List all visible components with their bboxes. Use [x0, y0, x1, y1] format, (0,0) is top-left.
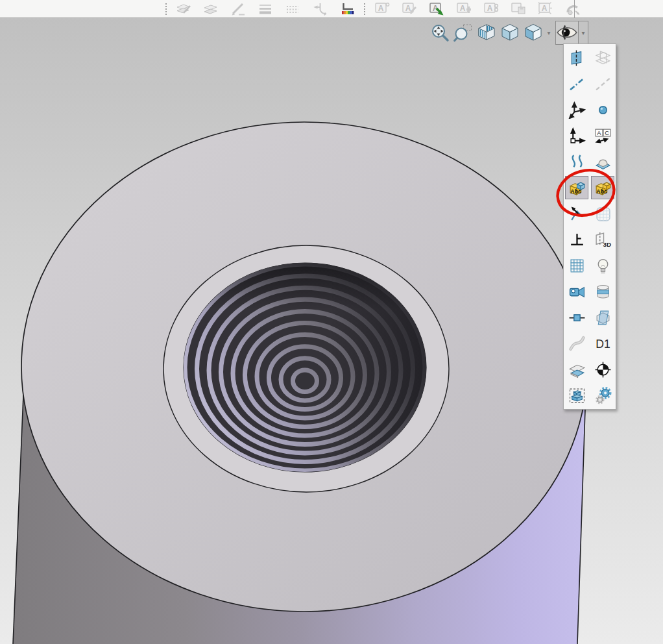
- heads-up-view-toolbar: ▾ ▾: [428, 20, 588, 45]
- view-curves-button[interactable]: [565, 150, 588, 173]
- view-sketch-relations-cell: [564, 201, 590, 227]
- display-style-dropdown-arrow[interactable]: ▾: [545, 29, 553, 36]
- view-decals-icon: [594, 283, 612, 301]
- hide-show-items-panel: A C Abc Abc 3D D1: [563, 43, 616, 410]
- view-weld-beads-icon: [568, 335, 586, 353]
- note-rays-button[interactable]: A: [537, 1, 554, 17]
- view-dimension-names-d1-button[interactable]: D1: [591, 332, 614, 355]
- leader-anchor-button[interactable]: [311, 1, 328, 17]
- view-origins-button[interactable]: [565, 98, 588, 121]
- svg-text:Abc: Abc: [570, 188, 581, 195]
- note-degree-button[interactable]: A: [374, 1, 391, 17]
- zoom-to-area-button[interactable]: [452, 21, 475, 44]
- view-3d-sketch-planes-cell: 3D: [590, 227, 616, 253]
- view-sketches-button[interactable]: [591, 150, 614, 173]
- view-lights-button[interactable]: [591, 254, 614, 277]
- note-card-save-button[interactable]: [510, 1, 527, 17]
- hide-show-items-dropdown-arrow[interactable]: ▾: [578, 21, 588, 44]
- section-view-button[interactable]: [475, 21, 498, 44]
- view-section-planes-cell: [590, 304, 616, 330]
- view-perpendicular-relation-button[interactable]: [565, 228, 588, 251]
- display-style-button[interactable]: [522, 21, 545, 44]
- stacked-sheets-button[interactable]: [202, 1, 219, 17]
- view-cameras-cell: [564, 279, 590, 304]
- view-temporary-axes-button: [591, 72, 614, 95]
- view-temporary-axes-icon: [594, 75, 612, 93]
- view-planes-button[interactable]: [565, 46, 588, 69]
- dashed-region-button[interactable]: [284, 1, 301, 17]
- svg-text:D1: D1: [596, 338, 610, 351]
- caliper-button[interactable]: [564, 1, 581, 17]
- line-weight-button[interactable]: [257, 1, 274, 17]
- view-axes-cell: [564, 71, 590, 97]
- view-all-annotations-button[interactable]: Abc: [565, 176, 588, 199]
- view-grid-button[interactable]: [565, 254, 588, 277]
- thread-rings[interactable]: [184, 263, 426, 472]
- view-planes-icon: [568, 49, 586, 67]
- view-parting-lines-cell: [564, 356, 590, 382]
- view-points-button[interactable]: [591, 98, 614, 121]
- view-sketches-cell: [590, 149, 616, 175]
- view-curves-cell: [564, 149, 590, 175]
- dashed-region-icon: [285, 1, 300, 17]
- view-3d-sketch-planes-button[interactable]: 3D: [591, 228, 614, 251]
- note-import-button[interactable]: A: [428, 1, 445, 17]
- svg-text:A: A: [542, 3, 548, 12]
- pencil-strike-button[interactable]: [230, 1, 247, 17]
- view-perpendicular-relation-icon: [568, 231, 586, 249]
- view-dimension-names-button[interactable]: A C: [591, 124, 614, 147]
- view-sketch-text-button[interactable]: Abc: [591, 176, 614, 199]
- note-rings-button[interactable]: A: [483, 1, 500, 17]
- zoom-to-fit-button[interactable]: [428, 21, 452, 44]
- toolbar-divider: [574, 0, 575, 18]
- view-routing-points-icon: [568, 309, 586, 327]
- stacked-sheets-icon: [203, 1, 219, 17]
- note-pencil-icon: A: [402, 1, 417, 17]
- view-planes-cell: [564, 45, 590, 71]
- view-points-icon: [594, 101, 612, 119]
- view-center-of-mass-button[interactable]: [591, 358, 614, 381]
- view-grid-cell: [564, 253, 590, 279]
- svg-text:3D: 3D: [603, 241, 611, 248]
- note-add-block-button[interactable]: A: [455, 1, 472, 17]
- view-origins-cell: [564, 97, 590, 123]
- sheets-pencil-button[interactable]: [175, 1, 192, 17]
- annotation-group-grip[interactable]: [363, 3, 366, 16]
- view-decals-button[interactable]: [591, 280, 614, 303]
- note-pencil-button[interactable]: A: [401, 1, 418, 17]
- view-dimension-names-d1-cell: D1: [590, 330, 616, 356]
- hide-show-items-button[interactable]: ▾: [555, 21, 588, 45]
- layer-properties-button[interactable]: [339, 1, 356, 17]
- pencil-strike-icon: [230, 1, 246, 17]
- view-cameras-button[interactable]: [565, 280, 588, 303]
- view-sketch-relations-button[interactable]: [565, 202, 588, 225]
- view-coordinate-systems-button[interactable]: [565, 124, 588, 147]
- view-points-cell: [590, 97, 616, 123]
- svg-text:A: A: [460, 3, 466, 12]
- toolbar-empty-area: [0, 0, 162, 18]
- svg-text:Abc: Abc: [596, 188, 607, 195]
- view-section-planes-button[interactable]: [591, 306, 614, 329]
- zoom-to-area-icon: [453, 23, 473, 42]
- eye-icon[interactable]: [556, 21, 578, 44]
- view-axes-button[interactable]: [565, 72, 588, 95]
- view-live-section-planes-icon: [594, 49, 612, 67]
- view-all-annotations-icon: Abc: [568, 179, 586, 197]
- note-rings-icon: A: [483, 1, 499, 17]
- view-parting-lines-button[interactable]: [565, 358, 588, 381]
- view-coordinate-systems-cell: [564, 123, 590, 149]
- view-bounding-box-button[interactable]: [565, 384, 588, 407]
- view-parting-lines-icon: [568, 361, 586, 378]
- hide-all-types-button[interactable]: [591, 384, 614, 407]
- svg-text:A: A: [487, 3, 493, 12]
- view-temporary-axes-cell: [590, 71, 616, 97]
- format-group-grip[interactable]: [165, 3, 167, 16]
- view-orientation-button[interactable]: [498, 21, 522, 44]
- view-center-of-mass-icon: [594, 361, 612, 378]
- view-routing-points-button[interactable]: [565, 306, 588, 329]
- display-style-icon: [524, 23, 543, 42]
- svg-text:C: C: [605, 129, 609, 136]
- view-bounding-box-cell: [564, 382, 590, 408]
- solidworks-viewport-window: { "top_toolbar": { "groups": [ { "name":…: [0, 0, 663, 644]
- view-live-section-planes-cell: [590, 45, 616, 71]
